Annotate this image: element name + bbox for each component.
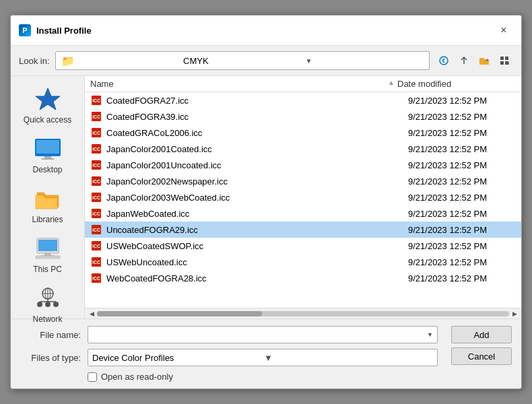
file-name-input[interactable] — [92, 330, 427, 340]
file-date: 9/21/2023 12:52 PM — [408, 257, 516, 267]
file-date: 9/21/2023 12:52 PM — [408, 144, 516, 154]
h-scroll-track[interactable] — [97, 311, 509, 316]
file-row[interactable]: ICC WebCoatedFOGRA28.icc9/21/2023 12:52 … — [85, 270, 521, 286]
files-of-type-arrow: ▼ — [264, 353, 433, 363]
file-icon: ICC — [90, 272, 102, 284]
title-bar: P Install Profile × — [11, 15, 521, 46]
svg-rect-3 — [505, 57, 508, 60]
libraries-label: Libraries — [32, 215, 63, 224]
file-name: USWebCoatedSWOP.icc — [106, 241, 404, 251]
file-name: CoatedFOGRA39.icc — [106, 112, 404, 122]
new-folder-icon: + — [479, 56, 490, 65]
sidebar-item-quick-access[interactable]: Quick access — [11, 81, 84, 129]
file-icon: ICC — [90, 175, 102, 187]
folder-select[interactable]: 📁 CMYK ▼ — [55, 51, 430, 70]
file-icon: ICC — [90, 110, 102, 123]
file-row[interactable]: ICC JapanColor2001Uncoated.icc9/21/2023 … — [85, 157, 521, 173]
svg-marker-6 — [36, 88, 60, 110]
cancel-button[interactable]: Cancel — [451, 347, 512, 365]
form-fields: File name: ▼ Files of type: Device Color… — [20, 326, 438, 382]
files-of-type-select[interactable]: Device Color Profiles ▼ — [88, 349, 438, 366]
sidebar-item-desktop[interactable]: Desktop — [11, 131, 84, 178]
file-row[interactable]: ICC CoatedFOGRA27.icc9/21/2023 12:52 PM — [85, 92, 521, 108]
read-only-checkbox[interactable] — [88, 372, 97, 382]
file-name: JapanColor2001Coated.icc — [106, 144, 404, 154]
close-button[interactable]: × — [494, 21, 513, 40]
file-row[interactable]: ICC USWebCoatedSWOP.icc9/21/2023 12:52 P… — [85, 238, 521, 254]
file-date: 9/21/2023 12:52 PM — [408, 176, 516, 187]
svg-rect-5 — [505, 61, 508, 65]
svg-rect-12 — [38, 240, 57, 251]
sidebar-item-network[interactable]: Network — [11, 281, 84, 328]
back-button[interactable] — [435, 52, 453, 69]
file-row[interactable]: ICC USWebUncoated.icc9/21/2023 12:52 PM — [85, 254, 521, 270]
file-row[interactable]: ICC JapanColor2002Newspaper.icc9/21/2023… — [85, 173, 521, 189]
file-icon: ICC — [90, 94, 102, 106]
svg-point-20 — [45, 302, 51, 307]
svg-text:ICC: ICC — [92, 147, 100, 152]
desktop-icon — [33, 135, 63, 162]
bottom-section: File name: ▼ Files of type: Device Color… — [11, 318, 521, 389]
title-bar-left: P Install Profile — [19, 24, 92, 36]
svg-point-21 — [37, 302, 42, 307]
file-list-area: ICC CoatedFOGRA27.icc9/21/2023 12:52 PM … — [85, 92, 521, 308]
sidebar-item-libraries[interactable]: Libraries — [11, 181, 84, 228]
sidebar-item-this-pc[interactable]: This PC — [11, 231, 84, 278]
col-name-header[interactable]: Name — [90, 79, 388, 89]
file-date: 9/21/2023 12:52 PM — [408, 96, 516, 106]
file-date: 9/21/2023 12:52 PM — [408, 160, 516, 170]
svg-rect-2 — [500, 57, 504, 60]
file-name-dropdown[interactable]: ▼ — [427, 331, 433, 338]
main-area: Quick access Desktop — [11, 76, 521, 318]
file-row[interactable]: ICC JapanColor2003WebCoated.icc9/21/2023… — [85, 189, 521, 205]
file-date: 9/21/2023 12:52 PM — [408, 273, 516, 283]
file-name-input-wrap[interactable]: ▼ — [88, 326, 438, 343]
files-of-type-label: Files of type: — [20, 353, 81, 363]
file-row[interactable]: ICC UncoatedFOGRA29.icc9/21/2023 12:52 P… — [85, 222, 521, 238]
file-date: 9/21/2023 12:52 PM — [408, 128, 516, 138]
file-date: 9/21/2023 12:52 PM — [408, 193, 516, 203]
file-icon: ICC — [90, 240, 102, 252]
add-button[interactable]: Add — [451, 326, 512, 343]
quick-access-icon — [33, 86, 63, 112]
file-list-scroll[interactable]: ICC CoatedFOGRA27.icc9/21/2023 12:52 PM … — [85, 92, 521, 308]
svg-rect-4 — [500, 61, 504, 65]
toolbar-icons: + — [435, 52, 513, 69]
file-date: 9/21/2023 12:52 PM — [408, 209, 516, 219]
file-name: JapanColor2002Newspaper.icc — [106, 176, 404, 187]
file-row[interactable]: ICC CoatedFOGRA39.icc9/21/2023 12:52 PM — [85, 108, 521, 125]
svg-text:ICC: ICC — [92, 131, 100, 135]
folder-dropdown-arrow: ▼ — [306, 57, 424, 65]
views-button[interactable] — [496, 52, 513, 69]
file-name: JapanColor2001Uncoated.icc — [106, 160, 404, 170]
svg-text:ICC: ICC — [92, 228, 100, 232]
checkbox-row: Open as read-only — [88, 372, 438, 382]
file-row[interactable]: ICC JapanWebCoated.icc9/21/2023 12:52 PM — [85, 205, 521, 222]
new-folder-button[interactable]: + — [475, 52, 493, 69]
svg-text:ICC: ICC — [92, 260, 100, 265]
scroll-spacer — [505, 79, 516, 89]
file-date: 9/21/2023 12:52 PM — [408, 241, 516, 251]
file-row[interactable]: ICC CoatedGRACoL2006.icc9/21/2023 12:52 … — [85, 125, 521, 141]
this-pc-label: This PC — [33, 265, 62, 274]
file-name: CoatedGRACoL2006.icc — [106, 128, 404, 138]
h-scroll-left[interactable]: ◀ — [86, 310, 97, 317]
back-icon — [439, 56, 448, 65]
up-button[interactable] — [455, 52, 473, 69]
dialog-title: Install Profile — [36, 26, 92, 36]
file-name-row: File name: ▼ — [20, 326, 438, 343]
svg-point-22 — [53, 302, 59, 307]
h-scroll-right[interactable]: ▶ — [509, 310, 520, 317]
look-in-label: Look in: — [19, 56, 50, 66]
svg-rect-10 — [42, 158, 54, 160]
file-name: CoatedFOGRA27.icc — [106, 96, 404, 106]
network-icon — [33, 285, 63, 312]
file-icon: ICC — [90, 127, 102, 139]
read-only-label[interactable]: Open as read-only — [101, 372, 173, 382]
svg-text:ICC: ICC — [92, 276, 100, 281]
file-icon: ICC — [90, 207, 102, 220]
file-icon: ICC — [90, 256, 102, 268]
file-row[interactable]: ICC JapanColor2001Coated.icc9/21/2023 12… — [85, 141, 521, 157]
horizontal-scrollbar[interactable]: ◀ ▶ — [85, 308, 521, 318]
col-date-header[interactable]: Date modified — [397, 79, 505, 89]
